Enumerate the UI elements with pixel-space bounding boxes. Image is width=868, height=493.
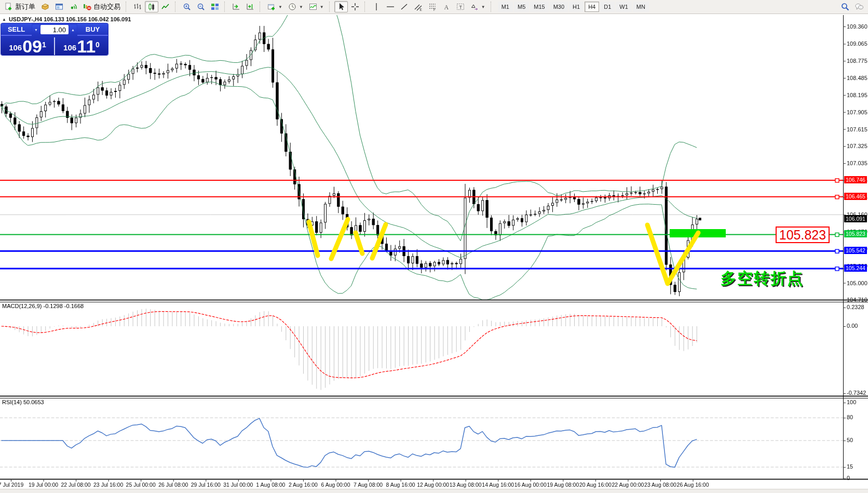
toolbar-separator bbox=[364, 2, 367, 12]
rsi-label: RSI(14) 50.0653 bbox=[2, 399, 44, 405]
terminal-button[interactable] bbox=[52, 1, 66, 12]
tile-windows-button[interactable] bbox=[208, 1, 222, 12]
cursor-tool-button[interactable] bbox=[334, 1, 348, 12]
macd-label: MACD(12,26,9) -0.1298 -0.1668 bbox=[2, 303, 84, 309]
timeframe-button-M15[interactable]: M15 bbox=[530, 2, 548, 12]
auto-scroll-button[interactable] bbox=[229, 1, 243, 12]
svg-text:E: E bbox=[419, 8, 422, 11]
shapes-dropdown[interactable]: ▼ bbox=[468, 1, 488, 12]
new-chart-dropdown[interactable]: ▼ bbox=[265, 1, 285, 12]
bottom-window-strip bbox=[0, 489, 868, 493]
price-level-callout[interactable]: 105.823 bbox=[776, 226, 830, 243]
crosshair-icon bbox=[351, 3, 359, 11]
trendline-tool[interactable] bbox=[398, 1, 411, 12]
market-watch-button[interactable] bbox=[38, 1, 52, 12]
fibonacci-tool[interactable]: F bbox=[426, 1, 439, 12]
search-button[interactable] bbox=[838, 1, 852, 12]
periods-dropdown[interactable]: ▼ bbox=[286, 1, 306, 12]
autotrading-icon bbox=[83, 3, 91, 11]
toolbar-separator bbox=[329, 2, 332, 12]
chart-shift-button[interactable] bbox=[243, 1, 257, 12]
chevron-down-icon: ▼ bbox=[278, 5, 282, 9]
zoom-out-button[interactable] bbox=[194, 1, 208, 12]
auto-scroll-icon bbox=[232, 3, 240, 11]
text-a-icon: A bbox=[442, 3, 451, 11]
bar-chart-icon bbox=[133, 3, 142, 11]
bar-chart-mode-button[interactable] bbox=[131, 1, 144, 12]
clock-icon bbox=[288, 3, 296, 11]
timeframe-button-H1[interactable]: H1 bbox=[569, 2, 584, 12]
volume-input[interactable]: 1.00 bbox=[40, 25, 69, 34]
new-order-button[interactable]: 新订单 bbox=[2, 1, 38, 12]
line-chart-mode-button[interactable] bbox=[159, 1, 172, 12]
timeframe-button-MN[interactable]: MN bbox=[633, 2, 649, 12]
volume-up-button[interactable]: ▲ bbox=[69, 25, 77, 34]
shapes-icon bbox=[470, 3, 479, 11]
horizontal-line-icon bbox=[386, 3, 395, 11]
text-tool[interactable]: A bbox=[440, 1, 453, 12]
turning-point-annotation[interactable]: 多空转折点 bbox=[721, 268, 804, 289]
line-chart-icon bbox=[161, 3, 170, 11]
symbol-ohlc-text: USDJPY-,H4 106.133 106.156 106.042 106.0… bbox=[9, 16, 131, 22]
sell-button[interactable]: SELL bbox=[1, 23, 32, 36]
svg-text:F: F bbox=[433, 8, 436, 11]
toolbar-separator bbox=[175, 2, 178, 12]
collapse-triangle-icon[interactable]: ▲ bbox=[2, 17, 6, 22]
text-label-icon: T bbox=[456, 3, 465, 11]
new-chart-icon bbox=[267, 3, 276, 11]
new-order-icon bbox=[5, 3, 13, 11]
tile-windows-icon bbox=[211, 3, 219, 11]
toolbar-separator bbox=[491, 2, 493, 12]
timeframe-button-D1[interactable]: D1 bbox=[600, 2, 615, 12]
toolbar: 新订单 自动交易 bbox=[0, 0, 868, 14]
chart-canvas[interactable] bbox=[0, 15, 868, 493]
autotrading-button[interactable]: 自动交易 bbox=[80, 1, 123, 12]
timeframe-button-M1[interactable]: M1 bbox=[498, 2, 513, 12]
vertical-line-icon bbox=[372, 3, 381, 11]
zoom-out-icon bbox=[197, 3, 205, 11]
timeframe-button-M5[interactable]: M5 bbox=[514, 2, 529, 12]
autotrading-label: 自动交易 bbox=[93, 2, 120, 11]
chat-bubbles-icon bbox=[855, 3, 863, 11]
cursor-icon bbox=[337, 3, 345, 11]
sell-price[interactable]: 106091 bbox=[1, 37, 55, 55]
timeframe-button-H4[interactable]: H4 bbox=[585, 2, 599, 12]
buy-price-sup: 0 bbox=[96, 41, 100, 49]
one-click-top-row: SELL ▼ 1.00 ▲ BUY bbox=[1, 23, 108, 36]
timeframe-button-M30[interactable]: M30 bbox=[550, 2, 568, 12]
svg-text:A: A bbox=[444, 4, 449, 11]
timeframe-bar: M1M5M15M30H1H4D1W1MN bbox=[498, 2, 649, 12]
book-icon bbox=[41, 3, 49, 11]
buy-price-prefix: 106 bbox=[63, 43, 76, 52]
candlestick-icon bbox=[147, 3, 156, 11]
buy-price[interactable]: 106110 bbox=[55, 37, 108, 55]
toolbar-separator bbox=[260, 2, 262, 12]
toolbar-separator bbox=[126, 2, 128, 12]
templates-dropdown[interactable]: ▼ bbox=[306, 1, 327, 12]
fibonacci-icon: F bbox=[428, 3, 437, 11]
zoom-in-button[interactable] bbox=[180, 1, 194, 12]
volume-down-button[interactable]: ▼ bbox=[32, 25, 40, 34]
chevron-down-icon: ▼ bbox=[320, 5, 324, 9]
signals-button[interactable] bbox=[66, 1, 80, 12]
horizontal-line-tool[interactable] bbox=[384, 1, 397, 12]
sell-price-prefix: 106 bbox=[9, 43, 22, 52]
vertical-line-tool[interactable] bbox=[370, 1, 383, 12]
crosshair-tool-button[interactable] bbox=[348, 1, 362, 12]
text-label-tool[interactable]: T bbox=[454, 1, 467, 12]
chevron-down-icon: ▼ bbox=[481, 5, 485, 9]
sell-price-sup: 1 bbox=[42, 41, 46, 49]
svg-text:T: T bbox=[459, 5, 462, 10]
ohlc-info-line: ▲ USDJPY-,H4 106.133 106.156 106.042 106… bbox=[2, 16, 131, 22]
template-icon bbox=[309, 3, 317, 11]
sell-price-big: 09 bbox=[22, 39, 42, 54]
buy-button[interactable]: BUY bbox=[77, 23, 108, 36]
chat-button[interactable] bbox=[852, 1, 866, 12]
candle-chart-mode-button[interactable] bbox=[145, 1, 158, 12]
timeframe-button-W1[interactable]: W1 bbox=[616, 2, 632, 12]
buy-price-big: 11 bbox=[77, 39, 96, 54]
trendline-icon bbox=[400, 3, 409, 11]
one-click-trading-panel: SELL ▼ 1.00 ▲ BUY 106091 106110 bbox=[1, 23, 108, 55]
zoom-in-icon bbox=[183, 3, 191, 11]
channel-tool[interactable]: E bbox=[412, 1, 425, 12]
